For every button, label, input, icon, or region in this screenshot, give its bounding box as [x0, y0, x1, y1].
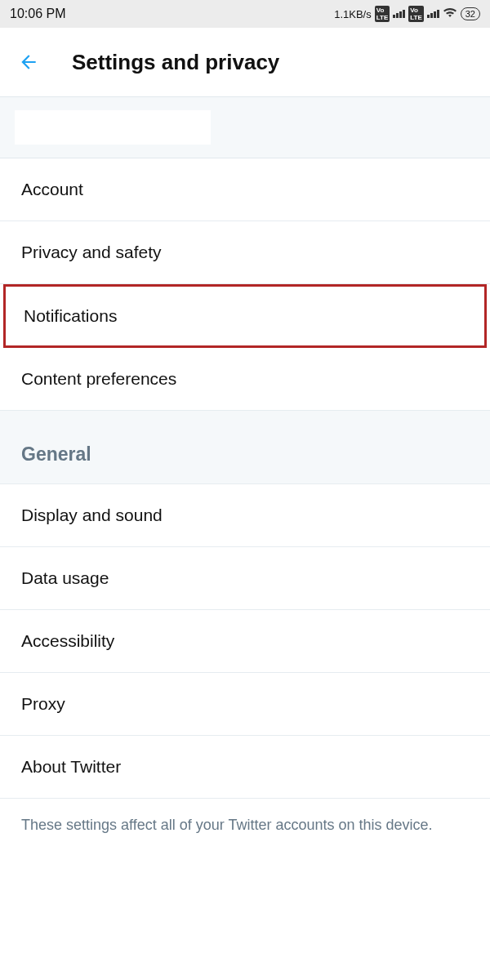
status-right: 1.1KB/s VoLTE VoLTE 32: [334, 6, 480, 22]
settings-item-label: Accessibility: [21, 631, 114, 650]
status-bar: 10:06 PM 1.1KB/s VoLTE VoLTE 32: [0, 0, 490, 28]
settings-item-label: Notifications: [24, 306, 117, 325]
account-redacted: [15, 110, 211, 145]
page-title: Settings and privacy: [72, 50, 279, 75]
account-strip[interactable]: [0, 96, 490, 158]
section-header-general: General: [0, 411, 490, 484]
net-speed: 1.1KB/s: [334, 8, 372, 20]
volte-icon-2: VoLTE: [408, 6, 424, 22]
settings-item-privacy[interactable]: Privacy and safety: [0, 221, 490, 284]
settings-item-label: Display and sound: [21, 506, 163, 524]
settings-item-proxy[interactable]: Proxy: [0, 673, 490, 736]
settings-item-label: Privacy and safety: [21, 243, 162, 261]
back-button[interactable]: [16, 50, 41, 74]
signal-icon-2: [427, 10, 439, 18]
arrow-left-icon: [18, 51, 39, 73]
settings-item-data-usage[interactable]: Data usage: [0, 547, 490, 610]
settings-item-accessibility[interactable]: Accessibility: [0, 610, 490, 673]
status-time: 10:06 PM: [10, 7, 65, 21]
settings-item-content-prefs[interactable]: Content preferences: [0, 348, 490, 411]
settings-item-label: Account: [21, 180, 83, 198]
footer-note: These settings affect all of your Twitte…: [0, 799, 490, 852]
settings-item-notifications[interactable]: Notifications: [3, 284, 487, 348]
settings-item-display[interactable]: Display and sound: [0, 484, 490, 547]
settings-item-label: Proxy: [21, 694, 65, 713]
settings-item-label: About Twitter: [21, 757, 121, 776]
app-header: Settings and privacy: [0, 28, 490, 96]
signal-icon-1: [393, 10, 405, 18]
battery-icon: 32: [461, 7, 480, 20]
settings-item-label: Data usage: [21, 568, 109, 587]
settings-item-about[interactable]: About Twitter: [0, 736, 490, 799]
settings-item-label: Content preferences: [21, 369, 176, 388]
wifi-icon: [443, 7, 457, 21]
volte-icon-1: VoLTE: [375, 6, 390, 22]
settings-item-account[interactable]: Account: [0, 158, 490, 221]
